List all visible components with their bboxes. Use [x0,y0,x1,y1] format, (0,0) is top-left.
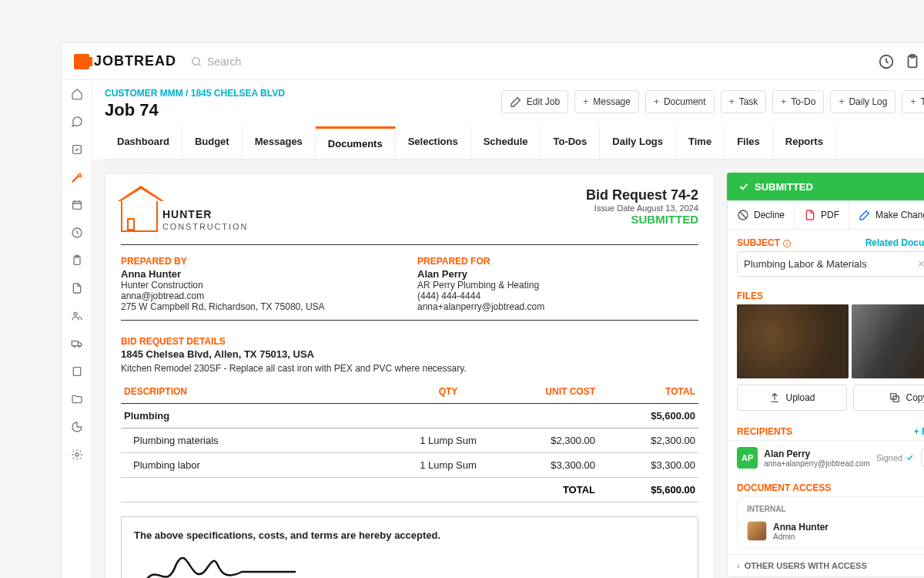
add-todo-label: To-Do [791,96,815,107]
line-item-qty: 1 Lump Sum [398,428,498,453]
tab-schedule[interactable]: Schedule [471,126,541,159]
add-dailylog-button[interactable]: +Daily Log [830,90,896,113]
prepared-by-address: 275 W Campbell Rd, Richardson, TX 75080,… [121,301,402,312]
grand-total-label: TOTAL [498,478,598,502]
tab-reports[interactable]: Reports [773,126,836,159]
pdf-icon [804,209,816,221]
line-item-desc: Plumbing labor [121,453,398,478]
add-timeentry-button[interactable]: +Time Entry [902,90,924,113]
rail-check-icon[interactable] [69,142,85,157]
rail-clock-icon[interactable] [69,225,85,240]
svg-point-14 [79,345,80,347]
related-documents-link[interactable]: Related Documents → [865,237,924,248]
rail-folder-icon[interactable] [69,391,85,407]
make-changes-button[interactable]: Make Changes [849,201,924,229]
line-item-unit: $3,300.00 [498,453,598,478]
decline-label: Decline [754,210,785,220]
issue-date: Issue Date August 13, 2024 [586,203,698,213]
vendor-sub: CONSTRUCTION [162,222,248,231]
other-users-label: OTHER USERS WITH ACCESS [745,561,867,570]
upload-button[interactable]: Upload [737,385,847,411]
tab-files[interactable]: Files [725,126,773,159]
decline-button[interactable]: Decline [728,201,795,229]
add-task-label: Task [739,96,758,107]
copy-button[interactable]: Copy [853,385,924,411]
rail-wrench-icon[interactable] [69,170,85,185]
internal-label: INTERNAL [738,500,924,518]
add-document-label: Document [664,96,706,107]
vendor-logo: HUNTERCONSTRUCTION [121,187,248,232]
check-icon [906,453,915,462]
rail-book-icon[interactable] [69,364,85,379]
signature-icon [134,549,303,578]
plus-icon: + [910,96,916,107]
col-total: TOTAL [598,380,698,404]
tab-dailylogs[interactable]: Daily Logs [600,126,676,159]
rail-home-icon[interactable] [69,86,85,102]
tab-documents[interactable]: Documents [316,126,396,159]
subject-value: Plumbing Labor & Materials [744,258,867,270]
app-logo[interactable]: JOBTREAD [74,53,176,69]
col-description: DESCRIPTION [121,380,398,404]
file-thumbnail[interactable] [737,304,849,378]
tab-todos[interactable]: To-Dos [541,126,600,159]
info-icon [782,239,792,248]
other-users-toggle[interactable]: › OTHER USERS WITH ACCESS [728,554,924,576]
clipboard-icon[interactable] [904,53,921,70]
add-recipient-link[interactable]: + Recipient [914,426,924,437]
col-unit: UNIT COST [498,380,598,404]
rail-gear-icon[interactable] [69,447,85,462]
pdf-label: PDF [821,210,839,220]
tab-time[interactable]: Time [676,126,725,159]
add-todo-button[interactable]: +To-Do [772,90,824,113]
recipient-email: anna+alanperry@jobtread.com [764,459,870,468]
subject-label: SUBJECT [737,237,780,248]
changes-label: Make Changes [875,210,924,220]
rail-truck-icon[interactable] [69,336,85,351]
svg-point-13 [73,345,75,347]
line-item-desc: Plumbing materials [121,428,398,453]
search-icon [190,55,203,68]
rail-piechart-icon[interactable] [69,419,85,435]
rail-calendar-icon[interactable] [69,197,85,213]
prepared-for-company: AR Perry Plumbing & Heating [417,280,698,291]
tab-dashboard[interactable]: Dashboard [105,126,182,159]
add-task-button[interactable]: +Task [721,90,767,113]
line-item-qty: 1 Lump Sum [398,453,498,478]
edit-job-button[interactable]: Edit Job [501,90,568,113]
tab-budget[interactable]: Budget [182,126,243,159]
recent-icon[interactable] [878,53,895,70]
tab-selections[interactable]: Selections [396,126,471,159]
subject-input[interactable]: Plumbing Labor & Materials ✕ [737,251,924,277]
access-label: DOCUMENT ACCESS [737,482,831,493]
line-item-total: $3,300.00 [598,453,698,478]
add-document-button[interactable]: +Document [645,90,715,113]
rail-file-icon[interactable] [69,281,85,296]
svg-rect-15 [73,368,80,376]
send-recipient-button[interactable] [921,449,924,467]
prepared-for-email: anna+alanperry@jobtread.com [417,301,698,312]
plus-icon: + [839,96,844,107]
plus-icon: + [583,96,588,107]
pencil-icon [510,96,522,108]
recipient-avatar: AP [737,447,758,469]
copy-icon [889,391,901,404]
line-item-total: $2,300.00 [598,428,698,453]
pdf-button[interactable]: PDF [795,201,849,229]
global-search-input[interactable]: Search [190,55,241,68]
rail-clipboard-icon[interactable] [69,253,85,268]
add-message-button[interactable]: +Message [574,90,639,113]
svg-point-0 [192,57,199,64]
rail-users-icon[interactable] [69,308,85,324]
svg-point-11 [74,312,77,315]
svg-point-16 [75,453,79,456]
tab-messages[interactable]: Messages [243,126,316,159]
bid-scope: Kitchen Remodel 230SF - Replace all cast… [121,363,698,374]
file-thumbnail[interactable] [852,304,924,378]
prepared-for-phone: (444) 444-4444 [417,291,698,301]
logo-text-tread: TREAD [125,53,176,69]
rail-chat-icon[interactable] [69,114,85,129]
copy-label: Copy [906,392,924,403]
clear-subject-icon[interactable]: ✕ [917,258,924,270]
add-message-label: Message [593,96,631,107]
